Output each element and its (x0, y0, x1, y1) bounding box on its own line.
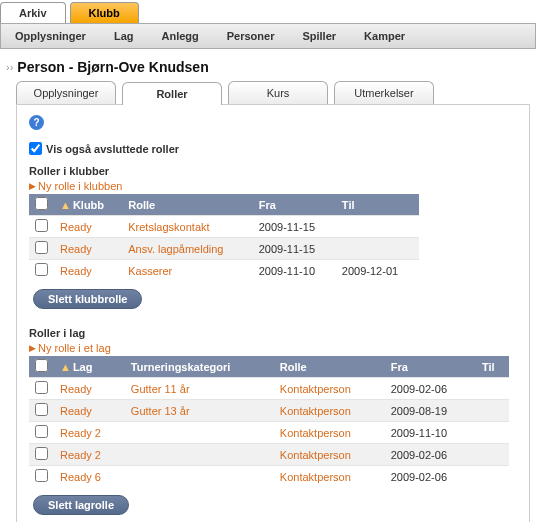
tab-opplysninger[interactable]: Opplysninger (16, 81, 116, 104)
cell-rolle[interactable]: Kontaktperson (274, 378, 385, 400)
team-roles-table: ▲Lag Turneringskategori Rolle Fra Til Re… (29, 356, 509, 487)
subnav-lag[interactable]: Lag (106, 28, 142, 44)
cell-fra: 2009-02-06 (385, 378, 476, 400)
delete-club-role-button[interactable]: Slett klubbrolle (33, 289, 142, 309)
cell-til (476, 400, 509, 422)
col-til[interactable]: Til (476, 356, 509, 378)
cell-rolle[interactable]: Kontaktperson (274, 466, 385, 488)
row-checkbox[interactable] (35, 403, 48, 416)
show-ended-checkbox[interactable] (29, 142, 42, 155)
cell-lag[interactable]: Ready (54, 400, 125, 422)
cell-fra: 2009-02-06 (385, 466, 476, 488)
club-roles-heading: Roller i klubber (29, 165, 517, 177)
tab-utmerkelser[interactable]: Utmerkelser (334, 81, 434, 104)
top-tab-bar: Arkiv Klubb (0, 0, 536, 23)
triangle-icon: ▶ (29, 181, 36, 191)
table-row: ReadyGutter 13 årKontaktperson2009-08-19 (29, 400, 509, 422)
subnav-personer[interactable]: Personer (219, 28, 283, 44)
help-icon[interactable]: ? (29, 115, 44, 130)
cell-lag[interactable]: Ready 2 (54, 422, 125, 444)
cell-til (476, 422, 509, 444)
table-row: ReadyKasserer2009-11-102009-12-01 (29, 260, 419, 282)
cell-klubb[interactable]: Ready (54, 238, 122, 260)
cell-lag[interactable]: Ready 2 (54, 444, 125, 466)
cell-fra: 2009-11-10 (253, 260, 336, 282)
row-checkbox[interactable] (35, 241, 48, 254)
page-title: Person - Bjørn-Ove Knudsen (17, 59, 208, 75)
delete-team-role-button[interactable]: Slett lagrolle (33, 495, 129, 515)
cell-kategori[interactable]: Gutter 11 år (125, 378, 274, 400)
row-checkbox[interactable] (35, 469, 48, 482)
cell-kategori[interactable] (125, 466, 274, 488)
table-row: ReadyAnsv. lagpåmelding2009-11-15 (29, 238, 419, 260)
cell-til: 2009-12-01 (336, 260, 419, 282)
cell-klubb[interactable]: Ready (54, 260, 122, 282)
new-club-role-link[interactable]: ▶ Ny rolle i klubben (29, 180, 517, 192)
table-row: ReadyGutter 11 årKontaktperson2009-02-06 (29, 378, 509, 400)
subnav-kamper[interactable]: Kamper (356, 28, 413, 44)
subnav-opplysninger[interactable]: Opplysninger (7, 28, 94, 44)
col-rolle[interactable]: Rolle (274, 356, 385, 378)
triangle-icon: ▶ (29, 343, 36, 353)
cell-fra: 2009-02-06 (385, 444, 476, 466)
new-club-role-text: Ny rolle i klubben (38, 180, 122, 192)
col-select[interactable] (29, 194, 54, 216)
cell-lag[interactable]: Ready 6 (54, 466, 125, 488)
tab-roller[interactable]: Roller (122, 82, 222, 105)
cell-kategori[interactable]: Gutter 13 år (125, 400, 274, 422)
cell-lag[interactable]: Ready (54, 378, 125, 400)
cell-fra: 2009-11-10 (385, 422, 476, 444)
row-checkbox[interactable] (35, 381, 48, 394)
select-all-club[interactable] (35, 197, 48, 210)
table-row: Ready 6Kontaktperson2009-02-06 (29, 466, 509, 488)
sort-icon: ▲ (60, 361, 71, 373)
row-checkbox[interactable] (35, 219, 48, 232)
row-checkbox[interactable] (35, 263, 48, 276)
subnav-anlegg[interactable]: Anlegg (153, 28, 206, 44)
col-kategori[interactable]: Turneringskategori (125, 356, 274, 378)
detail-tabs: Opplysninger Roller Kurs Utmerkelser (16, 81, 530, 105)
tab-arkiv[interactable]: Arkiv (0, 2, 66, 23)
cell-fra: 2009-11-15 (253, 216, 336, 238)
cell-rolle[interactable]: Kretslagskontakt (122, 216, 252, 238)
tab-klubb[interactable]: Klubb (70, 2, 139, 23)
col-lag[interactable]: ▲Lag (54, 356, 125, 378)
cell-kategori[interactable] (125, 444, 274, 466)
cell-klubb[interactable]: Ready (54, 216, 122, 238)
subnav-spiller[interactable]: Spiller (294, 28, 344, 44)
new-team-role-text: Ny rolle i et lag (38, 342, 111, 354)
col-fra[interactable]: Fra (385, 356, 476, 378)
sub-nav: Opplysninger Lag Anlegg Personer Spiller… (0, 23, 536, 49)
roller-pane: ? Vis også avsluttede roller Roller i kl… (16, 105, 530, 522)
table-row: ReadyKretslagskontakt2009-11-15 (29, 216, 419, 238)
col-klubb[interactable]: ▲Klubb (54, 194, 122, 216)
row-checkbox[interactable] (35, 425, 48, 438)
team-roles-heading: Roller i lag (29, 327, 517, 339)
cell-til (336, 238, 419, 260)
table-row: Ready 2Kontaktperson2009-11-10 (29, 422, 509, 444)
col-rolle[interactable]: Rolle (122, 194, 252, 216)
col-select[interactable] (29, 356, 54, 378)
cell-rolle[interactable]: Kontaktperson (274, 400, 385, 422)
cell-kategori[interactable] (125, 422, 274, 444)
col-til[interactable]: Til (336, 194, 419, 216)
cell-fra: 2009-11-15 (253, 238, 336, 260)
select-all-team[interactable] (35, 359, 48, 372)
club-roles-table: ▲Klubb Rolle Fra Til ReadyKretslagskonta… (29, 194, 419, 281)
table-row: Ready 2Kontaktperson2009-02-06 (29, 444, 509, 466)
row-checkbox[interactable] (35, 447, 48, 460)
cell-til (476, 466, 509, 488)
tab-kurs[interactable]: Kurs (228, 81, 328, 104)
breadcrumb-icon: ›› (6, 61, 13, 73)
new-team-role-link[interactable]: ▶ Ny rolle i et lag (29, 342, 517, 354)
cell-rolle[interactable]: Kontaktperson (274, 444, 385, 466)
sort-icon: ▲ (60, 199, 71, 211)
show-ended-label: Vis også avsluttede roller (46, 143, 179, 155)
title-row: ›› Person - Bjørn-Ove Knudsen (0, 49, 536, 81)
cell-rolle[interactable]: Kasserer (122, 260, 252, 282)
cell-rolle[interactable]: Ansv. lagpåmelding (122, 238, 252, 260)
cell-til (336, 216, 419, 238)
cell-rolle[interactable]: Kontaktperson (274, 422, 385, 444)
col-fra[interactable]: Fra (253, 194, 336, 216)
cell-til (476, 444, 509, 466)
